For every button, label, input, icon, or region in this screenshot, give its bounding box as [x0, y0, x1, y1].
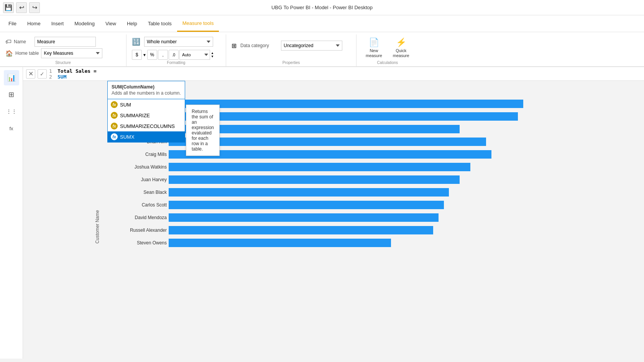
y-axis-label: Customer Name: [95, 210, 100, 243]
autocomplete-item-sum[interactable]: fx SUM: [108, 99, 185, 110]
ribbon-properties: ⊞ Data category Uncategorized Properties: [226, 34, 356, 66]
table-row: Joshua Watkins: [107, 162, 636, 172]
bar-fill-1: [169, 112, 518, 121]
table-row: Carlos Scott: [107, 200, 636, 210]
home-table-dropdown[interactable]: Key Measures: [41, 48, 102, 58]
new-measure-icon: 📄: [369, 38, 379, 48]
bar-label-8: Carlos Scott: [109, 202, 167, 208]
menu-table-tools[interactable]: Table tools: [143, 15, 177, 32]
sidebar-model-icon[interactable]: ⋮⋮: [4, 104, 19, 119]
name-input[interactable]: [34, 37, 96, 47]
menu-home[interactable]: Home: [22, 15, 46, 32]
bar-label-9: David Mendoza: [109, 215, 167, 220]
auto-dropdown[interactable]: Auto: [179, 50, 210, 60]
decimal-inc-btn[interactable]: .0: [169, 50, 179, 60]
data-category-icon: ⊞: [232, 42, 237, 49]
sidebar-data-icon[interactable]: ⊞: [4, 87, 19, 102]
bar-fill-5: [169, 163, 470, 171]
home-table-icon: 🏠: [5, 50, 13, 57]
autocomplete-list: fx SUM fx SUMMARIZE fx SUMMARIZECOLUMNS …: [107, 99, 185, 143]
sumx-label: SUMX: [120, 134, 135, 140]
canvas-area: ✕ ✓ 1 Total Sales = 2 SUM SUM(ColumnName…: [23, 67, 644, 359]
formula-line2-num: 2: [49, 74, 54, 80]
formula-cancel-btn[interactable]: ✕: [26, 69, 35, 79]
table-row: Russell Alexander: [107, 225, 636, 236]
sum-label: SUM: [120, 102, 131, 108]
bar-fill-9: [169, 213, 439, 222]
menu-bar: File Home Insert Modeling View Help Tabl…: [0, 15, 644, 32]
autocomplete-item-summarize[interactable]: fx SUMMARIZE: [108, 110, 185, 121]
ribbon-formatting: 🔢 Whole number $ ▼ % , .0 Auto ▲▼ Format…: [127, 34, 226, 66]
menu-view[interactable]: View: [100, 15, 122, 32]
bar-fill-0: [169, 100, 523, 108]
quick-measure-icon: ⚡: [396, 38, 406, 48]
name-label: 🏷 Name: [5, 38, 32, 45]
calculations-label: Calculations: [362, 60, 413, 66]
sidebar-report-icon[interactable]: 📊: [4, 70, 19, 85]
summarizecolumns-fn-icon: fx: [111, 123, 118, 129]
table-row: David Mendoza: [107, 212, 636, 223]
currency-dropdown-icon[interactable]: ▼: [143, 53, 146, 57]
new-measure-btn[interactable]: 📄 Newmeasure: [362, 36, 386, 60]
formula-confirm-btn[interactable]: ✓: [38, 69, 47, 79]
autocomplete-item-summarizecolumns[interactable]: fx SUMMARIZECOLUMNS: [108, 121, 185, 131]
bar-fill-7: [169, 188, 449, 197]
bar-fill-8: [169, 201, 444, 209]
ribbon-calculations: 📄 Newmeasure ⚡ Quickmeasure Calculations: [356, 34, 419, 66]
tooltip-fn-description: Adds all the numbers in a column.: [112, 90, 181, 96]
summarize-fn-icon: fx: [111, 112, 118, 119]
main-content: 📊 ⊞ ⋮⋮ fx ✕ ✓ 1 Total Sales = 2 SUM: [0, 67, 644, 359]
format-type-dropdown[interactable]: Whole number: [144, 37, 213, 47]
formula-line1-text: Total Sales =: [58, 68, 97, 74]
menu-insert[interactable]: Insert: [46, 15, 69, 32]
save-icon[interactable]: 💾: [3, 2, 14, 13]
percent-btn[interactable]: %: [147, 50, 157, 60]
formula-line1-num: 1: [49, 68, 54, 74]
data-category-dropdown[interactable]: Uncategorized: [281, 41, 342, 51]
selected-tooltip: Returns the sum of an expression evaluat…: [186, 105, 220, 156]
undo-icon[interactable]: ↩: [16, 2, 27, 13]
auto-spinner-up[interactable]: ▲▼: [211, 51, 214, 58]
bar-fill-6: [169, 175, 460, 184]
sidebar-dax-icon[interactable]: fx: [4, 121, 19, 136]
title-bar-controls: 💾 ↩ ↪: [3, 2, 40, 13]
menu-help[interactable]: Help: [122, 15, 143, 32]
redo-icon[interactable]: ↪: [29, 2, 40, 13]
menu-modeling[interactable]: Modeling: [69, 15, 100, 32]
window-title: UBG To Power BI - Model - Power BI Deskt…: [271, 5, 373, 10]
autocomplete-container: SUM(ColumnName) Adds all the numbers in …: [107, 81, 185, 143]
tooltip-fn-signature: SUM(ColumnName): [112, 84, 181, 90]
bar-label-4: Craig Mills: [109, 152, 167, 157]
bar-label-11: Steven Owens: [109, 240, 167, 246]
quick-measure-label: Quickmeasure: [393, 48, 409, 58]
table-row: Juan Harvey: [107, 174, 636, 185]
sumx-fn-icon: fx: [111, 133, 118, 140]
summarize-label: SUMMARIZE: [120, 113, 150, 118]
ribbon-structure: 🏷 Name 🏠 Home table Key Measures Structu…: [0, 34, 127, 66]
comma-btn[interactable]: ,: [158, 50, 168, 60]
summarizecolumns-label: SUMMARIZECOLUMNS: [120, 123, 175, 129]
currency-btn[interactable]: $: [132, 50, 142, 60]
bar-label-5: Joshua Watkins: [109, 164, 167, 170]
sidebar: 📊 ⊞ ⋮⋮ fx: [0, 67, 23, 359]
bar-label-6: Juan Harvey: [109, 177, 167, 182]
formula-line2-text: SUM: [58, 74, 66, 80]
name-icon: 🏷: [5, 38, 12, 45]
data-category-label: Data category: [240, 43, 279, 48]
menu-file[interactable]: File: [3, 15, 22, 32]
bar-fill-10: [169, 226, 433, 234]
quick-measure-btn[interactable]: ⚡ Quickmeasure: [389, 36, 413, 60]
properties-label: Properties: [232, 60, 351, 66]
new-measure-label: Newmeasure: [366, 48, 382, 58]
structure-label: Structure: [5, 60, 121, 66]
menu-measure-tools[interactable]: Measure tools: [177, 15, 219, 32]
table-row: Sean Black: [107, 187, 636, 198]
format-icon: 🔢: [132, 38, 140, 46]
ribbon: 🏷 Name 🏠 Home table Key Measures Structu…: [0, 32, 644, 67]
bar-fill-11: [169, 239, 391, 247]
title-bar: 💾 ↩ ↪ UBG To Power BI - Model - Power BI…: [0, 0, 644, 15]
bar-label-7: Sean Black: [109, 190, 167, 195]
bar-label-10: Russell Alexander: [109, 228, 167, 233]
sum-fn-icon: fx: [111, 101, 118, 108]
autocomplete-item-sumx[interactable]: fx SUMX: [108, 131, 185, 142]
